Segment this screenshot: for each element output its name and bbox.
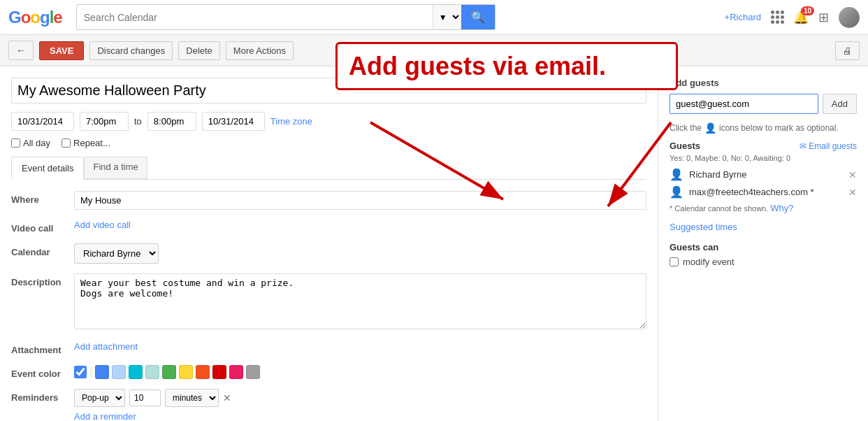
user-name[interactable]: +Richard <box>725 12 761 22</box>
optional-hint: Click the 👤 icons below to mark as optio… <box>670 122 857 134</box>
to-label: to <box>134 116 142 127</box>
suggested-times-link[interactable]: Suggested times <box>670 222 857 232</box>
color-swatch-yellow[interactable] <box>179 365 193 379</box>
calendar-label: Calendar <box>11 243 74 257</box>
color-swatch-pink[interactable] <box>229 365 243 379</box>
end-date-input[interactable] <box>202 112 265 131</box>
color-swatch-lightblue[interactable] <box>112 365 126 379</box>
why-link[interactable]: Why? <box>770 203 793 213</box>
notification-bell[interactable]: 🔔 10 <box>793 10 809 25</box>
color-row: Event color | <box>11 365 646 379</box>
tabs-row: Event details Find a time <box>11 157 646 180</box>
add-guest-button[interactable]: Add <box>823 94 857 114</box>
add-attachment-link[interactable]: Add attachment <box>74 341 138 352</box>
repeat-checkbox[interactable] <box>62 138 71 148</box>
where-input[interactable] <box>74 191 646 210</box>
guest-name-richard: Richard Byrne <box>689 169 843 180</box>
tab-find-time[interactable]: Find a time <box>84 157 147 179</box>
guest-list-header: Guests ✉ Email guests <box>670 141 857 151</box>
left-panel: to Time zone All day Repeat... Event det… <box>0 66 658 421</box>
tab-event-details[interactable]: Event details <box>11 157 84 180</box>
reminder-unit-select[interactable]: minutes <box>165 389 219 407</box>
description-textarea[interactable]: Wear your best costume and win a prize. … <box>74 273 646 329</box>
date-row: to Time zone <box>11 112 646 131</box>
color-swatch-blue[interactable] <box>95 365 109 379</box>
guest-person-icon-2: 👤 <box>670 185 683 199</box>
timezone-link[interactable]: Time zone <box>270 116 312 127</box>
attachment-row: Attachment Add attachment <box>11 341 646 355</box>
save-button[interactable]: SAVE <box>39 41 84 60</box>
google-logo: Google <box>8 8 62 27</box>
guest-remove-max[interactable]: ✕ <box>848 187 857 198</box>
calendar-note: * Calendar cannot be shown. Why? <box>670 203 857 213</box>
reminders-row: Reminders Pop-up minutes ✕ Add a reminde… <box>11 389 646 421</box>
guests-title: Guests <box>670 141 700 151</box>
reminder-row: Pop-up minutes ✕ <box>74 389 646 407</box>
color-swatch-teal[interactable] <box>145 365 159 379</box>
color-checkbox[interactable] <box>74 366 87 378</box>
more-actions-button[interactable]: More Actions <box>226 41 294 60</box>
delete-button[interactable]: Delete <box>178 41 220 60</box>
allday-checkbox-label[interactable]: All day <box>11 138 50 148</box>
repeat-label: Repeat... <box>73 138 110 148</box>
repeat-checkbox-label[interactable]: Repeat... <box>62 138 110 148</box>
allday-label: All day <box>23 138 50 148</box>
guest-person-icon: 👤 <box>670 168 683 181</box>
right-panel: Add guests Add Click the 👤 icons below t… <box>658 66 868 421</box>
description-row: Description Wear your best costume and w… <box>11 273 646 331</box>
print-button[interactable]: 🖨 <box>835 41 860 60</box>
discard-changes-button[interactable]: Discard changes <box>89 41 173 60</box>
guest-name-max: max@freetech4teachers.com * <box>689 187 843 197</box>
reminder-remove-button[interactable]: ✕ <box>223 392 231 404</box>
search-dropdown[interactable]: ▼ <box>433 5 461 29</box>
avatar[interactable] <box>839 7 860 28</box>
search-button[interactable]: 🔍 <box>461 5 495 29</box>
where-row: Where <box>11 191 646 210</box>
color-swatches: | <box>74 365 646 379</box>
modify-event-checkbox[interactable] <box>670 257 679 266</box>
start-time-input[interactable] <box>80 112 129 131</box>
video-call-row: Video call Add video call <box>11 220 646 234</box>
guest-item-richard: 👤 Richard Byrne ✕ <box>670 168 857 181</box>
where-label: Where <box>11 191 74 205</box>
search-bar: ▼ 🔍 <box>76 4 496 30</box>
color-swatch-orange[interactable] <box>196 365 210 379</box>
video-call-label: Video call <box>11 220 74 234</box>
guest-email-input[interactable] <box>670 94 818 114</box>
back-button[interactable]: ← <box>8 41 34 60</box>
reminder-number-input[interactable] <box>129 390 161 406</box>
guest-input-row: Add <box>670 94 857 114</box>
color-swatch-red[interactable] <box>212 365 226 379</box>
reminders-label: Reminders <box>11 389 74 403</box>
modify-event-option: modify event <box>670 257 857 267</box>
start-date-input[interactable] <box>11 112 74 131</box>
color-swatch-gray[interactable] <box>246 365 260 379</box>
guests-can-title: Guests can <box>670 242 857 252</box>
end-time-input[interactable] <box>147 112 196 131</box>
modify-event-label: modify event <box>683 257 735 267</box>
add-video-call-link[interactable]: Add video call <box>74 220 131 230</box>
color-swatch-cyan[interactable] <box>129 365 143 379</box>
header-right: +Richard 🔔 10 ⊞ <box>725 7 860 28</box>
toolbar: ← SAVE Discard changes Delete More Actio… <box>0 35 868 66</box>
event-title-input[interactable] <box>11 78 646 104</box>
guest-remove-richard[interactable]: ✕ <box>848 169 857 180</box>
options-row: All day Repeat... <box>11 138 646 148</box>
main-content: to Time zone All day Repeat... Event det… <box>0 66 868 421</box>
color-swatch-green[interactable] <box>162 365 176 379</box>
allday-checkbox[interactable] <box>11 138 20 148</box>
reminder-type-select[interactable]: Pop-up <box>74 389 125 407</box>
apps-icon[interactable] <box>771 10 783 24</box>
notification-count: 10 <box>801 6 814 15</box>
add-icon[interactable]: ⊞ <box>818 10 829 25</box>
search-input[interactable] <box>77 5 433 29</box>
description-label: Description <box>11 273 74 287</box>
guest-item-max: 👤 max@freetech4teachers.com * ✕ <box>670 185 857 199</box>
add-reminder-link[interactable]: Add a reminder <box>74 411 136 421</box>
add-guests-title: Add guests <box>670 78 857 88</box>
rsvp-count: Yes: 0, Maybe: 0, No: 0, Awaiting: 0 <box>670 154 857 162</box>
attachment-label: Attachment <box>11 341 74 355</box>
email-guests-link[interactable]: ✉ Email guests <box>800 141 857 151</box>
color-label: Event color <box>11 365 74 379</box>
calendar-select[interactable]: Richard Byrne <box>74 243 159 264</box>
